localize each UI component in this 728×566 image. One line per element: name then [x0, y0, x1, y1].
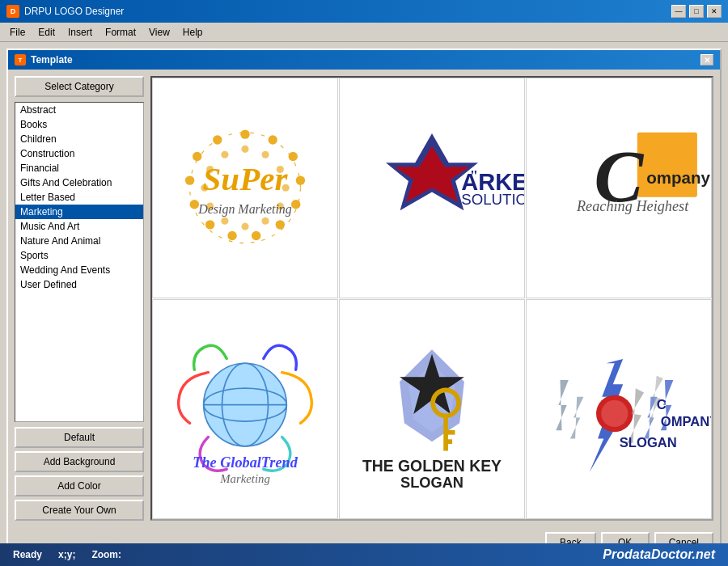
svg-point-7: [252, 231, 260, 240]
svg-text:Design Marketing: Design Marketing: [197, 202, 292, 217]
template-svg-1: SuPer Design Marketing: [153, 78, 337, 298]
dialog-title-bar: T Template ✕: [8, 50, 720, 70]
svg-text:OMPANY NAME: OMPANY NAME: [661, 413, 711, 429]
svg-marker-55: [570, 396, 584, 438]
category-construction[interactable]: Construction: [15, 146, 143, 161]
svg-point-6: [276, 220, 285, 229]
dialog-title: Template: [31, 54, 73, 65]
template-svg-2: ARKET SOLUTION ": [340, 78, 524, 298]
category-financial[interactable]: Financial: [15, 161, 143, 175]
svg-point-58: [601, 399, 628, 426]
template-dialog: T Template ✕ Select Category Abstract Bo…: [6, 49, 722, 560]
menu-bar: File Edit Insert Format View Help: [0, 23, 728, 42]
svg-point-21: [221, 218, 228, 225]
svg-point-14: [241, 146, 248, 153]
template-grid: SuPer Design Marketing ARKET SOLUTION ": [150, 76, 713, 521]
template-cell-3[interactable]: C ompany Name Reaching Heighest: [526, 78, 712, 298]
create-your-own-button[interactable]: Create Your Own: [15, 500, 144, 521]
svg-point-1: [240, 129, 249, 138]
select-category-button[interactable]: Select Category: [15, 76, 144, 97]
category-abstract[interactable]: Abstract: [15, 103, 143, 117]
category-marketing[interactable]: Marketing: [15, 205, 143, 219]
svg-point-4: [296, 175, 305, 184]
menu-format[interactable]: Format: [99, 25, 142, 40]
svg-point-15: [262, 151, 269, 158]
svg-text:The GlobalTrend: The GlobalTrend: [193, 454, 298, 471]
svg-text:SOLUTION: SOLUTION: [461, 191, 524, 208]
template-cell-2[interactable]: ARKET SOLUTION ": [339, 78, 525, 298]
left-panel: Select Category Abstract Books Children …: [15, 76, 144, 521]
app-icon: D: [6, 5, 19, 18]
menu-view[interactable]: View: [142, 25, 176, 40]
svg-text:SLOGAN: SLOGAN: [620, 434, 677, 450]
svg-point-3: [289, 152, 298, 161]
svg-point-12: [193, 152, 201, 161]
category-letter-based[interactable]: Letter Based: [15, 190, 143, 205]
svg-marker-53: [556, 379, 569, 429]
svg-point-9: [205, 220, 214, 229]
svg-text:SuPer: SuPer: [203, 160, 289, 197]
category-wedding[interactable]: Wedding And Events: [15, 263, 143, 277]
svg-point-19: [262, 218, 269, 225]
svg-point-2: [269, 135, 277, 144]
status-bar: Ready x;y; Zoom: ProdataDoctor.net: [0, 543, 728, 566]
svg-text:": ": [470, 167, 478, 184]
dialog-body: Select Category Abstract Books Children …: [8, 70, 720, 527]
status-zoom: Zoom:: [91, 549, 121, 560]
svg-point-20: [241, 223, 248, 230]
svg-text:C: C: [657, 397, 667, 412]
action-buttons: Default Add Background Add Color Create …: [15, 427, 144, 521]
app-title: DRPU LOGO Designer: [24, 6, 124, 17]
add-background-button[interactable]: Add Background: [15, 451, 144, 472]
menu-file[interactable]: File: [3, 25, 32, 40]
default-button[interactable]: Default: [15, 427, 144, 448]
category-children[interactable]: Children: [15, 132, 143, 146]
template-svg-4: The GlobalTrend Marketing: [153, 300, 337, 519]
template-svg-5: THE GOLDEN KEY SLOGAN: [340, 300, 524, 519]
brand-text: ProdataDoctor.net: [603, 547, 715, 561]
category-nature-animal[interactable]: Nature And Animal: [15, 234, 143, 248]
svg-text:Marketing: Marketing: [219, 472, 270, 485]
add-color-button[interactable]: Add Color: [15, 475, 144, 496]
svg-text:Reaching Heighest: Reaching Heighest: [576, 198, 689, 214]
close-button[interactable]: ✕: [707, 5, 722, 18]
dialog-icon: T: [15, 54, 26, 65]
category-user-defined[interactable]: User Defined: [15, 277, 143, 292]
title-bar: D DRPU LOGO Designer — □ ✕: [0, 0, 728, 23]
menu-insert[interactable]: Insert: [61, 25, 99, 40]
template-svg-3: C ompany Name Reaching Heighest: [527, 78, 711, 298]
menu-help[interactable]: Help: [176, 25, 210, 40]
template-svg-6: OMPANY NAME C SLOGAN: [527, 300, 711, 519]
template-cell-5[interactable]: THE GOLDEN KEY SLOGAN: [339, 299, 525, 520]
maximize-button[interactable]: □: [689, 5, 704, 18]
category-list[interactable]: Abstract Books Children Construction Fin…: [15, 102, 144, 422]
svg-point-5: [291, 200, 300, 209]
dialog-close-button[interactable]: ✕: [700, 54, 713, 65]
category-gifts[interactable]: Gifts And Celebration: [15, 175, 143, 190]
svg-point-8: [227, 231, 236, 240]
status-brand: ProdataDoctor.net: [603, 547, 715, 562]
svg-point-25: [221, 151, 228, 158]
main-area: T Template ✕ Select Category Abstract Bo…: [0, 42, 728, 566]
minimize-button[interactable]: —: [671, 5, 686, 18]
category-books[interactable]: Books: [15, 117, 143, 132]
status-ready: Ready: [13, 549, 42, 560]
window-controls: — □ ✕: [671, 5, 722, 18]
svg-text:ompany Name: ompany Name: [646, 168, 711, 187]
svg-point-11: [185, 175, 194, 184]
template-cell-6[interactable]: OMPANY NAME C SLOGAN: [526, 299, 712, 520]
status-position: x;y;: [58, 549, 75, 560]
menu-edit[interactable]: Edit: [32, 25, 61, 40]
template-cell-1[interactable]: SuPer Design Marketing: [152, 78, 338, 298]
svg-rect-33: [637, 133, 697, 197]
svg-text:SLOGAN: SLOGAN: [400, 474, 463, 491]
svg-text:THE GOLDEN KEY: THE GOLDEN KEY: [362, 456, 502, 474]
category-music-art[interactable]: Music And Art: [15, 219, 143, 234]
category-sports[interactable]: Sports: [15, 248, 143, 263]
svg-point-13: [213, 135, 222, 144]
template-cell-4[interactable]: The GlobalTrend Marketing: [152, 299, 338, 520]
